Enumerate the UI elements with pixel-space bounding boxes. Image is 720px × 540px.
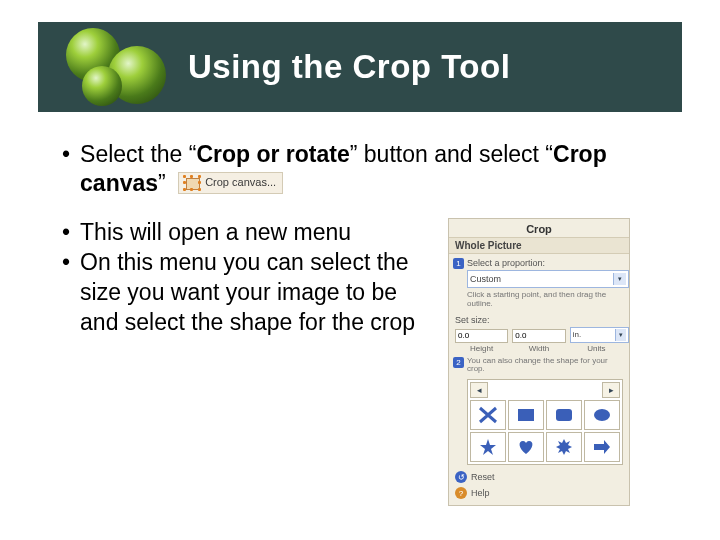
bullet-text: This will open a new menu bbox=[80, 218, 438, 248]
step-1-section: 1 Select a proportion: Custom ▾ Click a … bbox=[449, 254, 629, 311]
proportion-value: Custom bbox=[470, 274, 501, 284]
chevron-down-icon: ▾ bbox=[615, 329, 626, 341]
shape-option-burst[interactable] bbox=[546, 432, 582, 462]
width-col: Width bbox=[512, 329, 565, 353]
bullet-marker: • bbox=[58, 140, 80, 169]
shape-next-button[interactable]: ▸ bbox=[602, 382, 620, 398]
proportion-label: Select a proportion: bbox=[467, 258, 623, 268]
title-band: Using the Crop Tool bbox=[38, 22, 682, 112]
shape-grid bbox=[470, 400, 620, 462]
sphere-icon bbox=[82, 66, 122, 106]
crop-canvas-icon bbox=[183, 175, 201, 191]
pane-title: Crop bbox=[449, 219, 629, 237]
step-number-badge: 2 bbox=[453, 357, 464, 368]
reset-label: Reset bbox=[471, 472, 495, 482]
bullet-marker: • bbox=[58, 218, 80, 248]
svg-marker-3 bbox=[480, 439, 496, 455]
text-fragment: ” button and select “ bbox=[350, 141, 553, 167]
shape-prev-button[interactable]: ◂ bbox=[470, 382, 488, 398]
reset-row[interactable]: ↺ Reset bbox=[449, 467, 629, 483]
bullet-item: • Select the “Crop or rotate” button and… bbox=[58, 140, 668, 198]
help-icon: ? bbox=[455, 487, 467, 499]
decorative-spheres bbox=[38, 22, 188, 112]
bullet-item: • On this menu you can select the size y… bbox=[58, 248, 438, 338]
svg-point-2 bbox=[594, 409, 610, 421]
slide-title: Using the Crop Tool bbox=[188, 48, 510, 86]
bullet-item: • This will open a new menu bbox=[58, 218, 438, 248]
shape-option-arrow[interactable] bbox=[584, 432, 620, 462]
shape-option-rect[interactable] bbox=[508, 400, 544, 430]
size-title: Set size: bbox=[449, 311, 629, 325]
content-block-2: • This will open a new menu • On this me… bbox=[58, 218, 630, 506]
step-2-text: You can also change the shape for your c… bbox=[467, 357, 623, 375]
step-number-badge: 1 bbox=[453, 258, 464, 269]
crop-canvas-menu-item: Crop canvas... bbox=[178, 172, 283, 194]
reset-icon: ↺ bbox=[455, 471, 467, 483]
lower-text-column: • This will open a new menu • On this me… bbox=[58, 218, 438, 338]
size-row: Height Width in. ▾ Units bbox=[449, 325, 629, 353]
step-2-section: 2 You can also change the shape for your… bbox=[449, 353, 629, 377]
shape-option-heart[interactable] bbox=[508, 432, 544, 462]
units-value: in. bbox=[573, 330, 581, 339]
height-col: Height bbox=[455, 329, 508, 353]
bullet-text: On this menu you can select the size you… bbox=[80, 248, 438, 338]
text-fragment: Select the “ bbox=[80, 141, 196, 167]
width-label: Width bbox=[512, 344, 565, 353]
text-fragment: ” bbox=[158, 170, 166, 196]
units-label: Units bbox=[570, 344, 623, 353]
units-col: in. ▾ Units bbox=[570, 327, 623, 353]
units-select[interactable]: in. ▾ bbox=[570, 327, 629, 343]
svg-rect-0 bbox=[518, 409, 534, 421]
text-bold: Crop or rotate bbox=[196, 141, 349, 167]
bullet-marker: • bbox=[58, 248, 80, 278]
svg-marker-4 bbox=[556, 439, 572, 455]
height-input[interactable] bbox=[455, 329, 508, 343]
shape-option-star[interactable] bbox=[470, 432, 506, 462]
help-row[interactable]: ? Help bbox=[449, 483, 629, 499]
crop-task-pane: Crop Whole Picture 1 Select a proportion… bbox=[448, 218, 630, 506]
shape-option-roundrect[interactable] bbox=[546, 400, 582, 430]
pane-subtitle: Whole Picture bbox=[449, 237, 629, 254]
bullet-text: Select the “Crop or rotate” button and s… bbox=[80, 140, 668, 198]
proportion-select[interactable]: Custom ▾ bbox=[467, 270, 629, 288]
shape-toolbar: ◂ ▸ bbox=[470, 382, 620, 400]
drag-hint: Click a starting point, and then drag th… bbox=[467, 291, 623, 309]
svg-rect-1 bbox=[556, 409, 572, 421]
svg-marker-5 bbox=[594, 440, 610, 454]
help-label: Help bbox=[471, 488, 490, 498]
shape-option-oval[interactable] bbox=[584, 400, 620, 430]
width-input[interactable] bbox=[512, 329, 565, 343]
shape-picker: ◂ ▸ bbox=[467, 379, 623, 465]
crop-canvas-label: Crop canvas... bbox=[205, 176, 276, 190]
height-label: Height bbox=[455, 344, 508, 353]
chevron-down-icon: ▾ bbox=[613, 273, 626, 285]
shape-option-x[interactable] bbox=[470, 400, 506, 430]
content-block-1: • Select the “Crop or rotate” button and… bbox=[58, 140, 668, 202]
